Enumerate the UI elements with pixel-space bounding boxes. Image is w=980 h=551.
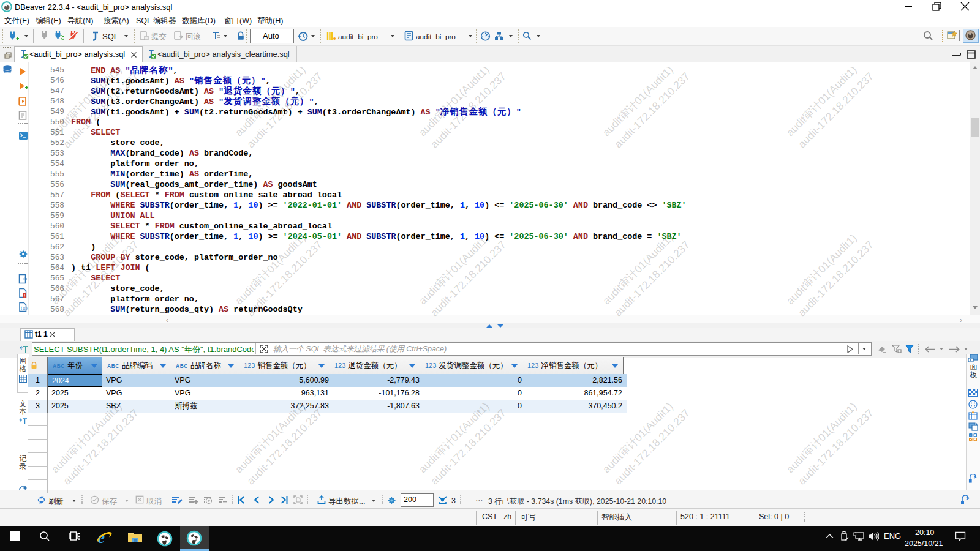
svg-text:(x): (x) [20,306,28,311]
svg-text:e: e [97,529,105,546]
